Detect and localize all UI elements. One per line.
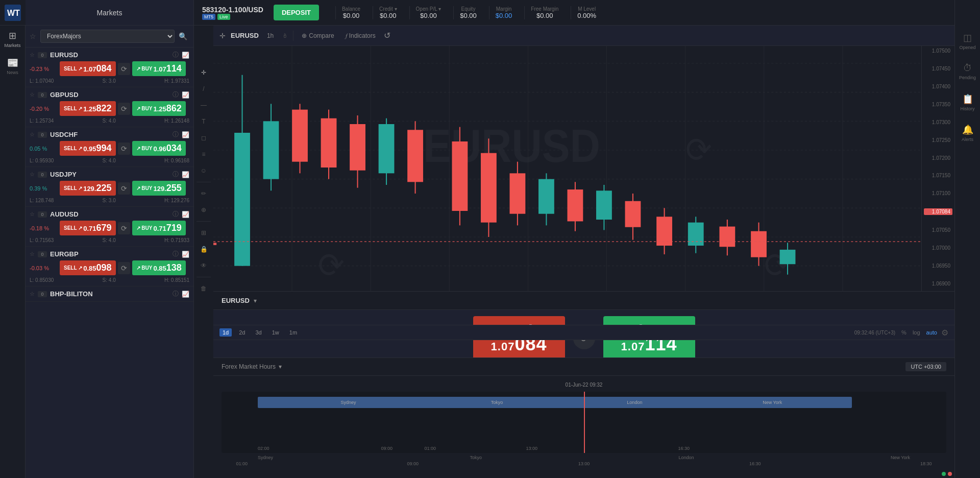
chart-log-toggle[interactable]: log [913,329,920,336]
horizontal-tool[interactable]: — [197,98,211,112]
tf-1d-button[interactable]: 1d [219,328,232,337]
right-nav-history[interactable]: 📋 History [955,87,981,117]
mid-button-gbpusd[interactable]: ⟳ [118,103,130,115]
markets-panel: Markets ☆ ForexMajors 🔍 ☆ 0 EURUSD ⓘ 📈 -… [26,0,194,478]
text-tool[interactable]: T [197,114,211,129]
sidebar-item-news[interactable]: 📰 News [0,53,26,80]
visibility-tool[interactable]: 👁 [197,258,211,273]
margin-label: Margin [496,6,512,12]
tokyo-label: Tokyo [470,455,482,460]
chart-auto-toggle[interactable]: auto [926,329,937,336]
measure-tool[interactable]: ◻ [197,131,211,145]
chart-symbol-label: EURUSD [231,32,259,39]
spread-eurusd: S: 3.0 [103,78,116,84]
fav-star-gbpusd[interactable]: ☆ [30,91,35,98]
pencil-tool[interactable]: ✏ [197,186,211,201]
line-tool[interactable]: / [197,82,211,96]
manage-drawings-tool[interactable]: ⊞ [197,226,211,240]
header-symbol-name: 583120-1.100/USD [202,6,263,14]
crosshair-icon[interactable]: ✛ [219,32,226,40]
sell-button-usdchf[interactable]: SELL ↗ 0.95994 [60,141,116,156]
tf-1m-button[interactable]: 1m [286,328,300,337]
buy-button-eurgbp[interactable]: ↗ BUY 0.85138 [132,260,186,275]
timezone-button[interactable]: UTC +03:00 [905,362,946,371]
price-label-12: 1.06950 [924,263,952,269]
chart-icon-audusd[interactable]: 📈 [182,211,189,218]
favorites-star-icon[interactable]: ☆ [30,32,36,40]
chart-pct-toggle[interactable]: % [901,329,906,336]
sell-button-eurusd[interactable]: SELL ↗ 1.07084 [60,61,116,76]
trash-tool[interactable]: 🗑 [197,281,211,296]
right-nav-pending[interactable]: ⏱ Pending [955,56,981,87]
compare-button[interactable]: ⊕ Compare [299,31,337,40]
info-icon-audusd[interactable]: ⓘ [173,210,179,219]
sell-button-audusd[interactable]: SELL ↗ 0.71679 [60,221,116,235]
chart-icon-usdchf[interactable]: 📈 [182,131,189,138]
lock-tool[interactable]: 🔒 [197,242,211,256]
search-icon[interactable]: 🔍 [177,30,189,42]
mid-button-usdchf[interactable]: ⟳ [118,142,130,155]
change-eurgbp: -0.03 % [30,265,58,271]
instrument-list: ☆ 0 EURUSD ⓘ 📈 -0.23 % SELL ↗ 1.07084 ⟳ … [26,47,193,478]
fav-star-usdchf[interactable]: ☆ [30,131,35,138]
deposit-button[interactable]: DEPOSIT [274,5,319,20]
chart-icon-eurgbp[interactable]: 📈 [182,251,189,258]
buy-button-usdjpy[interactable]: ↗ BUY 129.255 [132,181,186,196]
tf-3d-button[interactable]: 3d [253,328,265,337]
info-icon-eurgbp[interactable]: ⓘ [173,250,179,258]
time-newyork-label: 16:30 [678,446,690,451]
right-nav-alerts[interactable]: 🔔 Alerts [955,117,981,148]
tf-2d-button[interactable]: 2d [236,328,248,337]
fav-star-usdjpy[interactable]: ☆ [30,171,35,178]
status-dots [942,472,952,476]
cursor-tool[interactable]: ✛ [197,65,211,80]
fav-star-audusd[interactable]: ☆ [30,211,35,218]
svg-text:WT: WT [7,9,20,17]
info-icon-gbpusd[interactable]: ⓘ [173,90,179,99]
emoji-tool[interactable]: ☺ [197,163,211,178]
fav-star-bhp[interactable]: ☆ [30,291,35,297]
chart-settings-icon[interactable]: ⚙ [941,328,948,338]
indicators-button[interactable]: 𝑓 Indicators [342,31,379,40]
buy-button-eurusd[interactable]: ↗ BUY 1.07114 [132,61,186,76]
price-label-9: 1.07100 [924,190,952,196]
candlestick-icon[interactable]: 🕯 [282,32,288,39]
info-icon-usdjpy[interactable]: ⓘ [173,170,179,179]
instrument-item-usdchf: ☆ 0 USDCHF ⓘ 📈 0.05 % SELL ↗ 0.95994 ⟳ ↗… [26,127,193,167]
trading-pair-chevron-icon[interactable]: ▾ [254,297,257,304]
sell-button-gbpusd[interactable]: SELL ↗ 1.25822 [60,101,116,116]
buy-button-gbpusd[interactable]: ↗ BUY 1.25862 [132,101,186,116]
right-nav-opened[interactable]: ◫ Opened [955,26,981,56]
mid-button-eurgbp[interactable]: ⟳ [118,262,130,274]
chart-timeframe-selector[interactable]: 1h [264,31,277,40]
header-symbol-info: 583120-1.100/USD MT5 Live [202,6,263,20]
mid-button-audusd[interactable]: ⟳ [118,222,130,234]
info-icon-usdchf[interactable]: ⓘ [173,130,179,139]
fav-star-eurusd[interactable]: ☆ [30,52,35,58]
sydney-session-bar: Sydney [258,397,439,408]
forex-hours-title-row[interactable]: Forex Market Hours ▾ [222,363,282,370]
markets-dropdown[interactable]: ForexMajors [40,30,175,43]
spread-eurgbp: S: 4.0 [103,277,116,283]
tf-1w-button[interactable]: 1w [269,328,282,337]
leverage-eurusd: 0 [38,52,47,58]
sell-button-usdjpy[interactable]: SELL ↗ 129.225 [60,181,116,196]
info-icon-eurusd[interactable]: ⓘ [173,51,179,59]
buy-button-audusd[interactable]: ↗ BUY 0.71719 [132,221,186,235]
sidebar-item-markets[interactable]: ⊞ Markets [0,26,26,53]
chart-icon-bhp[interactable]: 📈 [182,291,189,298]
fav-star-eurgbp[interactable]: ☆ [30,251,35,257]
mid-button-eurusd[interactable]: ⟳ [118,63,130,75]
chart-icon-eurusd[interactable]: 📈 [182,52,189,59]
sell-button-eurgbp[interactable]: SELL ↗ 0.85098 [60,260,116,275]
buy-button-usdchf[interactable]: ↗ BUY 0.96034 [132,141,186,156]
chart-icon-usdjpy[interactable]: 📈 [182,171,189,178]
chart-icon-gbpusd[interactable]: 📈 [182,91,189,99]
undo-icon[interactable]: ↺ [384,31,390,40]
fibonacci-tool[interactable]: ≡ [197,147,211,161]
mid-button-usdjpy[interactable]: ⟳ [118,182,130,195]
m-level-label: M Level [578,6,596,12]
info-icon-bhp[interactable]: ⓘ [173,290,179,298]
chart-bottom-bar: 1d 2d 3d 1w 1m 09:32:46 (UTC+3) % log au… [213,325,954,340]
zoom-tool[interactable]: ⊕ [197,203,211,217]
